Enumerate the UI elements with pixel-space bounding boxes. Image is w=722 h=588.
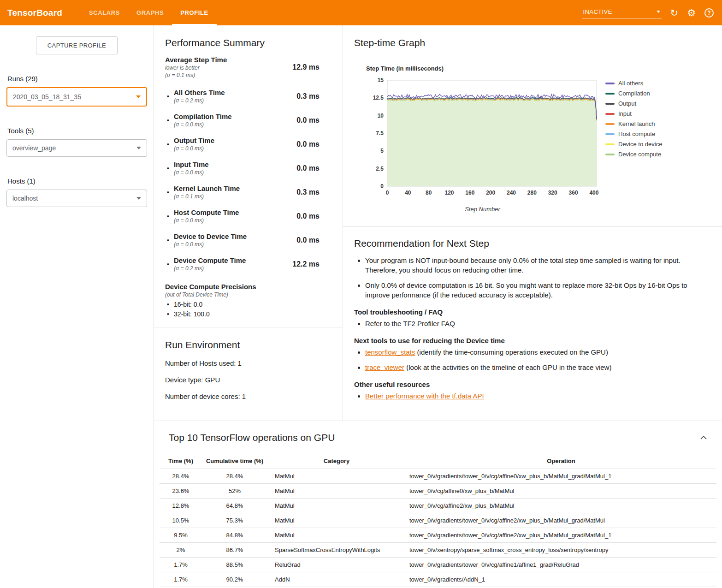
faq-list: Refer to the TF2 Profiler FAQ — [354, 319, 711, 328]
device-compute-precisions: Device Compute Precisions (out of Total … — [165, 283, 331, 318]
legend-swatch — [605, 83, 615, 84]
legend-item: Input — [605, 110, 662, 117]
svg-text:0: 0 — [386, 190, 389, 196]
legend-label: Compilation — [618, 90, 650, 97]
ops-table-cell: 64.8% — [202, 499, 267, 513]
tools-label: Tools (5) — [7, 127, 146, 135]
ops-table-cell: tower_0/v/gradients/tower_0/v/cg/affine2… — [406, 513, 716, 528]
metric-sigma: (σ = 0.0 ms) — [174, 169, 296, 176]
tools-select-value: overview_page — [12, 144, 56, 152]
tool-item: tensorflow_stats (identify the time-cons… — [365, 347, 711, 357]
tools-select[interactable]: overview_page — [6, 139, 147, 157]
metric-sigma: (σ = 0.0 ms) — [174, 241, 296, 248]
tensorflow-stats-link[interactable]: tensorflow_stats — [365, 348, 415, 356]
metric-label: Average Step Time — [165, 56, 292, 64]
precisions-label: Device Compute Precisions — [165, 283, 331, 291]
ops-table-cell: 28.4% — [160, 469, 202, 484]
nav-tab-graphs[interactable]: GRAPHS — [128, 0, 172, 25]
sidebar: CAPTURE PROFILE Runs (29) 2020_03_05_18_… — [0, 25, 154, 588]
metric-label: Compilation Time — [174, 113, 296, 120]
metric-label: Host Compute Time — [174, 208, 296, 216]
trace-viewer-link[interactable]: trace_viewer — [365, 363, 404, 371]
metric-sigma: (σ = 0.0 ms) — [174, 121, 296, 128]
svg-text:12.5: 12.5 — [373, 95, 384, 101]
runs-select[interactable]: 2020_03_05_18_31_35 — [6, 87, 147, 107]
chart-title: Step Time (in milliseconds) — [366, 65, 599, 72]
recommendation-title: Recommendation for Next Step — [354, 238, 711, 249]
ops-table-cell: tower_0/v/gradients/AddN_1 — [406, 572, 716, 587]
collapse-chevron-icon[interactable] — [697, 433, 710, 443]
status-select[interactable]: INACTIVE — [582, 7, 662, 18]
top-ops-section: Top 10 TensorFlow operations on GPU Time… — [154, 421, 722, 588]
step-time-chart: Step Time (in milliseconds) 02.557.51012… — [366, 65, 711, 213]
top-ops-table: Time (%)Cumulative time (%)CategoryOpera… — [160, 453, 716, 588]
ops-header-row: Time (%)Cumulative time (%)CategoryOpera… — [160, 453, 716, 469]
nav-tab-label: SCALARS — [89, 9, 120, 16]
capture-profile-button[interactable]: CAPTURE PROFILE — [36, 36, 118, 54]
nav-tab-scalars[interactable]: SCALARS — [81, 0, 128, 25]
hosts-select[interactable]: localhost — [6, 190, 147, 207]
legend-item: Device to device — [605, 141, 662, 148]
metric-note: lower is better — [165, 65, 292, 71]
ops-table-cell: 1.7% — [160, 558, 202, 572]
ops-table-row: 10.5%75.3%MatMultower_0/v/gradients/towe… — [160, 513, 716, 528]
settings-gear-icon[interactable]: ⚙ — [687, 8, 696, 18]
svg-text:240: 240 — [507, 190, 516, 196]
tfdata-performance-link[interactable]: Better performance with the tf.data API — [365, 392, 484, 400]
legend-item: Output — [605, 100, 662, 107]
perf-metric: • Input Time (σ = 0.0 ms) 0.0 ms — [167, 160, 331, 176]
ops-table-cell: tower_0/v/cg/affine2/xw_plus_b/MatMul — [406, 499, 716, 513]
metric-value: 0.0 ms — [296, 140, 331, 148]
bullet-icon: • — [167, 189, 174, 196]
svg-text:400: 400 — [589, 190, 598, 196]
hosts-select-value: localhost — [12, 195, 38, 202]
ops-column-header: Cumulative time (%) — [202, 453, 267, 469]
perf-metric-list: • All Others Time (σ = 0.2 ms) 0.3 ms • … — [165, 89, 331, 272]
metric-value: 0.0 ms — [296, 116, 331, 125]
ops-table-cell: 2% — [160, 543, 202, 558]
ops-table-cell: tower_0/v/gradients/tower_0/v/cg/affine1… — [406, 558, 716, 572]
legend-swatch — [605, 123, 615, 125]
svg-text:80: 80 — [426, 190, 432, 196]
ops-table-cell: MatMul — [267, 499, 406, 513]
resources-heading: Other useful resources — [354, 380, 711, 388]
ops-table-row: 1.7%88.5%ReluGradtower_0/v/gradients/tow… — [160, 558, 716, 572]
top-grid: Performance Summary Average Step Time lo… — [154, 25, 722, 421]
run-environment-lines: Number of Hosts used: 1Device type: GPUN… — [165, 359, 331, 400]
perf-metric: • All Others Time (σ = 0.2 ms) 0.3 ms — [167, 89, 331, 104]
legend-swatch — [605, 133, 615, 135]
svg-text:2.5: 2.5 — [376, 166, 384, 172]
nav-tab-profile[interactable]: PROFILE — [172, 0, 217, 25]
ops-table-cell: 86.7% — [202, 543, 267, 558]
metric-label: Input Time — [174, 160, 296, 168]
bullet-icon: • — [167, 237, 174, 244]
svg-text:40: 40 — [405, 190, 411, 196]
runs-label: Runs (29) — [7, 75, 146, 83]
bullet-icon: • — [167, 261, 174, 268]
recommendation-bullet: Only 0.0% of device computation is 16 bi… — [365, 280, 711, 300]
metric-value: 0.0 ms — [296, 164, 331, 172]
ops-table-row: 2%86.7%SparseSoftmaxCrossEntropyWithLogi… — [160, 543, 716, 558]
legend-item: Compilation — [605, 90, 662, 97]
metric-sigma: (σ = 0.2 ms) — [174, 97, 296, 104]
ops-table-row: 1.7%90.2%AddNtower_0/v/gradients/AddN_1 — [160, 572, 716, 587]
ops-table-cell: tower_0/v/xentropy/sparse_softmax_cross_… — [406, 543, 716, 558]
header-controls: INACTIVE ↻ ⚙ ? — [582, 7, 714, 18]
perf-metric: • Host Compute Time (σ = 0.0 ms) 0.0 ms — [167, 208, 331, 224]
refresh-icon[interactable]: ↻ — [670, 8, 679, 18]
precision-item: •16-bit: 0.0 — [167, 301, 331, 308]
app-header: TensorBoard SCALARS GRAPHS PROFILE INACT… — [0, 0, 722, 25]
nav-tab-label: PROFILE — [180, 9, 208, 16]
ops-table-cell: 23.6% — [160, 484, 202, 499]
resources-list: Better performance with the tf.data API — [354, 391, 711, 401]
metric-value: 12.9 ms — [292, 63, 331, 71]
ops-table-cell: 1.7% — [160, 572, 202, 587]
help-icon[interactable]: ? — [704, 8, 714, 18]
metric-sigma: (σ = 0.1 ms) — [165, 72, 292, 78]
bullet-icon: • — [167, 93, 174, 100]
legend-item: Host compute — [605, 131, 662, 137]
metric-label: Device Compute Time — [174, 256, 292, 264]
legend-swatch — [605, 143, 615, 145]
app-logo: TensorBoard — [7, 8, 62, 18]
bullet-icon: • — [167, 117, 174, 124]
